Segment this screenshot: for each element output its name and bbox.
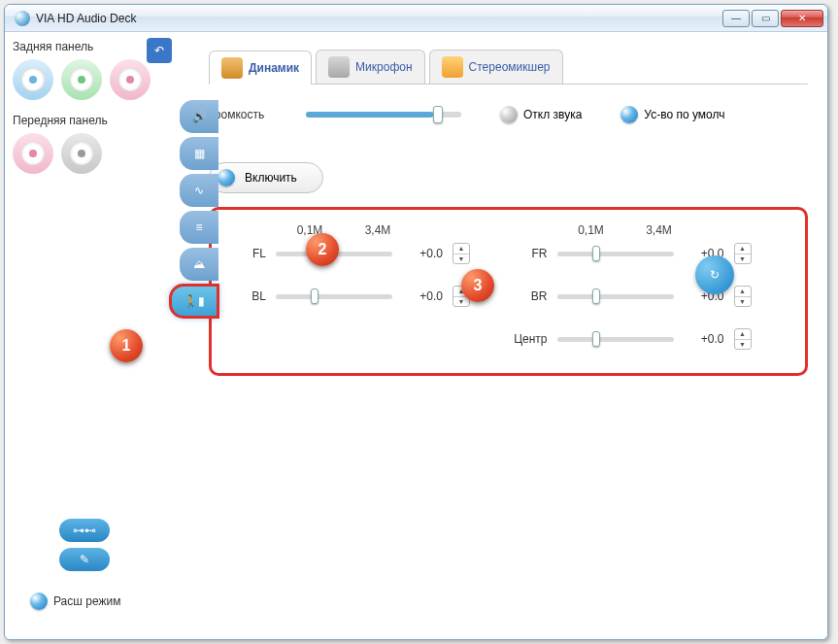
pill-wave-icon[interactable]: ∿	[180, 174, 218, 207]
channel-slider[interactable]	[276, 294, 392, 299]
tab-speaker-label: Динамик	[249, 61, 299, 75]
channel-spinner[interactable]: ▲▼	[734, 328, 752, 350]
channel-row: FR+0.0▲▼	[509, 243, 790, 264]
marker-3: 3	[461, 269, 494, 302]
tool-button[interactable]: ✎	[59, 548, 110, 571]
enable-toggle[interactable]: Включить	[209, 162, 323, 193]
titlebar[interactable]: VIA HD Audio Deck — ▭ ✕	[5, 5, 827, 32]
client-area: ↶ Задняя панель Передняя панель ⊶⊷ ✎ Рас…	[5, 32, 827, 639]
channel-slider[interactable]	[557, 294, 674, 299]
pill-eq-icon[interactable]: ≡	[180, 211, 218, 244]
tab-mixer[interactable]: Стереомикшер	[429, 50, 563, 84]
marker-1: 1	[110, 329, 143, 362]
channel-row: FL+0.0▲▼	[227, 243, 509, 264]
jack-front-grey[interactable]	[61, 133, 102, 174]
default-label: Ус-во по умолч	[644, 108, 724, 121]
channel-name: BR	[509, 289, 548, 303]
connector-button[interactable]: ⊶⊷	[59, 519, 110, 542]
maximize-button[interactable]: ▭	[752, 10, 779, 27]
app-icon	[15, 11, 30, 26]
tab-mic[interactable]: Микрофон	[316, 50, 424, 84]
channel-slider[interactable]	[557, 252, 674, 256]
channel-name: Центр	[509, 332, 548, 346]
reset-button[interactable]: ↻	[695, 255, 734, 294]
mode-label: Расш режим	[53, 594, 120, 608]
front-panel-label: Передняя панель	[13, 114, 174, 127]
scale-max-r: 3,4M	[625, 223, 693, 237]
channel-spinner[interactable]: ▲▼	[453, 243, 470, 264]
pill-speakers-icon[interactable]: ▦	[180, 137, 218, 170]
tab-mixer-label: Стереомикшер	[469, 60, 551, 74]
enable-label: Включить	[245, 171, 297, 185]
undo-icon[interactable]: ↶	[147, 38, 172, 63]
channel-value: +0.0	[402, 247, 443, 260]
mic-icon	[328, 56, 350, 78]
tab-mic-label: Микрофон	[355, 60, 412, 74]
pill-volume-icon[interactable]: 🔊	[180, 100, 218, 133]
mute-radio[interactable]	[500, 106, 518, 123]
channel-spinner[interactable]: ▲▼	[734, 243, 752, 264]
close-button[interactable]: ✕	[781, 10, 823, 27]
channel-value: +0.0	[684, 332, 724, 346]
tabs: Динамик Микрофон Стереомикшер	[209, 50, 808, 85]
marker-2: 2	[306, 233, 339, 266]
jack-green[interactable]	[61, 59, 102, 100]
category-pills: 🔊 ▦ ∿ ≡ ⛰ 🚶▮	[180, 100, 218, 318]
channel-value: +0.0	[402, 289, 443, 303]
back-jacks	[13, 59, 174, 100]
mute-label: Откл звука	[523, 108, 582, 121]
scale-min-l: 0,1M	[276, 223, 344, 237]
mixer-icon	[442, 56, 463, 78]
main-panel: Динамик Микрофон Стереомикшер Громкость	[180, 32, 827, 639]
channel-spinner[interactable]: ▲▼	[734, 286, 752, 307]
tab-speaker[interactable]: Динамик	[209, 51, 312, 85]
front-jacks	[13, 133, 174, 174]
window-title: VIA HD Audio Deck	[36, 12, 722, 25]
pill-scene-icon[interactable]: ⛰	[180, 248, 218, 281]
volume-slider[interactable]	[306, 112, 461, 118]
channel-row: BR+0.0▲▼	[509, 286, 790, 307]
jack-blue[interactable]	[13, 59, 53, 100]
channel-slider[interactable]	[557, 337, 674, 342]
scale-max-l: 3,4M	[344, 223, 412, 237]
app-window: VIA HD Audio Deck — ▭ ✕ ↶ Задняя панель …	[4, 4, 828, 640]
pill-room-icon[interactable]: 🚶▮	[170, 285, 218, 318]
mode-radio[interactable]	[30, 593, 48, 610]
default-radio[interactable]	[620, 106, 638, 123]
channel-row: Центр+0.0▲▼	[509, 328, 790, 350]
channel-name: FR	[509, 247, 548, 260]
scale-min-r: 0,1M	[557, 223, 625, 237]
speaker-icon	[221, 57, 243, 79]
jack-pink[interactable]	[110, 59, 151, 100]
enable-radio-icon	[218, 169, 235, 186]
jack-front-pink[interactable]	[13, 133, 53, 174]
channel-name: BL	[227, 289, 266, 303]
left-panel: ↶ Задняя панель Передняя панель ⊶⊷ ✎ Рас…	[5, 32, 180, 639]
channel-name: FL	[227, 247, 266, 260]
volume-label: Громкость	[209, 108, 286, 121]
minimize-button[interactable]: —	[722, 10, 750, 27]
